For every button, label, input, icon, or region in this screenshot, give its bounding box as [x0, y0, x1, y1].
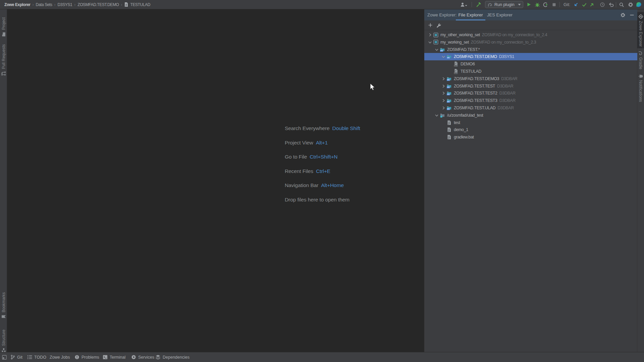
breadcrumb-label: Data Sets: [36, 2, 52, 7]
tool-window-switcher-icon[interactable]: [2, 352, 7, 362]
tree-node-suffix: D3DBAR: [499, 91, 516, 96]
svg-text:DS: DS: [447, 101, 450, 103]
stripe-button-gradle[interactable]: Gradle: [637, 49, 644, 71]
stripe-button-zowe-explorer[interactable]: Zowe Explorer: [637, 12, 644, 48]
tree-node-suffix: D3DBAR: [501, 76, 517, 81]
chevron-right-icon[interactable]: [440, 75, 446, 82]
stripe-button-bookmarks[interactable]: Bookmarks: [0, 291, 7, 320]
breadcrumb-item[interactable]: D3SYS1: [58, 2, 72, 7]
chevron-down-icon[interactable]: [440, 53, 446, 60]
tree-row[interactable]: MEMTESTULAD: [424, 68, 637, 75]
status-item-dependencies[interactable]: Dependencies: [155, 352, 190, 362]
tree-row[interactable]: DSZOSMFAD.TEST.ULADD3DBAR: [424, 104, 637, 112]
status-item-services[interactable]: Services: [131, 352, 154, 362]
profiler-icon[interactable]: [543, 0, 548, 9]
chevron-right-icon[interactable]: [440, 104, 446, 112]
status-item-terminal[interactable]: Terminal: [103, 352, 125, 362]
stripe-button-pull-requests[interactable]: Pull Requests: [0, 43, 7, 77]
tree-row[interactable]: test: [424, 119, 637, 126]
tree-row[interactable]: demo_1: [424, 126, 637, 133]
tree-row[interactable]: MEMDEMO6: [424, 60, 637, 68]
stripe-button-project[interactable]: Project: [0, 16, 7, 38]
dataset-folder-icon: DS: [446, 76, 452, 81]
tree-row[interactable]: /u/zosmfad/ulad_test: [424, 112, 637, 119]
tree-row[interactable]: DSZOSMFAD.TEST.TEST2D3DBAR: [424, 89, 637, 97]
chevron-right-icon[interactable]: [440, 82, 446, 90]
toolbar-separator: [616, 2, 616, 7]
svg-text:DS: DS: [447, 108, 450, 110]
tree-row[interactable]: DSZOSMFAD.TEST.*: [424, 46, 637, 53]
debug-icon[interactable]: [535, 0, 540, 9]
tree-node-suffix: ZOSMFAD on my_connection_to_2.3: [471, 40, 536, 45]
stripe-label: Gradle: [639, 57, 643, 69]
run-configuration-label: Run plugin: [494, 2, 516, 7]
git-push-icon[interactable]: [589, 0, 595, 9]
tree-row[interactable]: DSZOSMFAD.TEST.TESTD3DBAR: [424, 82, 637, 90]
svg-text:DS: DS: [447, 86, 450, 88]
gear-icon[interactable]: [620, 9, 626, 20]
dataset-folder-icon: DS: [446, 83, 452, 89]
git-update-icon[interactable]: [573, 0, 579, 9]
search-icon[interactable]: [619, 0, 624, 9]
chevron-spacer: [440, 133, 446, 141]
settings-icon[interactable]: [628, 0, 633, 9]
panel-header: Zowe Explorer: File ExplorerJES Explorer: [424, 9, 637, 20]
zowe-icon: [638, 14, 644, 19]
stop-icon[interactable]: [552, 0, 556, 9]
tree-row[interactable]: DSZOSMFAD.TEST.DEMO3D3DBAR: [424, 75, 637, 82]
build-hammer-icon[interactable]: [476, 0, 482, 9]
tree-row[interactable]: gradlew.bat: [424, 133, 637, 141]
chevron-down-icon[interactable]: [434, 112, 440, 119]
status-item-zowe-jobs[interactable]: Zowe Jobs: [50, 352, 70, 362]
chevron-right-icon[interactable]: [440, 89, 446, 97]
editor-empty-area: Search EverywhereDouble ShiftProject Vie…: [7, 9, 424, 352]
chevron-right-icon[interactable]: [427, 31, 433, 39]
run-configuration-select[interactable]: Run plugin: [485, 1, 523, 8]
stripe-label: Notifications: [639, 80, 643, 102]
chevron-right-icon[interactable]: [440, 97, 446, 104]
mouse-cursor: [370, 83, 376, 91]
status-item-label: TODO: [34, 355, 46, 360]
minimize-icon[interactable]: [630, 9, 634, 20]
git-commit-icon[interactable]: [582, 0, 587, 9]
toolbar-separator: [472, 2, 472, 7]
run-icon[interactable]: [526, 0, 531, 9]
tab-file-explorer[interactable]: File Explorer: [456, 9, 485, 20]
tree-node-label: gradlew.bat: [454, 135, 474, 139]
caret-down-icon: [518, 4, 521, 6]
tree-row[interactable]: my_other_working_setZOSMFAD on my_connec…: [424, 31, 637, 39]
history-icon[interactable]: [600, 0, 605, 9]
breadcrumb-item[interactable]: ZOSMFAD.TEST.DEMO: [77, 2, 119, 7]
tree-node-label: my_working_set: [440, 40, 469, 45]
breadcrumb-item[interactable]: Zowe Explorer: [4, 2, 31, 7]
tab-jes-explorer[interactable]: JES Explorer: [486, 9, 514, 20]
tree-node-label: test: [454, 120, 460, 125]
add-icon[interactable]: [428, 20, 433, 30]
chevron-down-icon[interactable]: [434, 46, 440, 53]
status-item-problems[interactable]: Problems: [74, 352, 99, 362]
rollback-icon[interactable]: [608, 0, 614, 9]
svg-text:DS: DS: [447, 79, 450, 81]
status-item-label: Problems: [82, 355, 99, 360]
shortcut-action-label: Recent Files: [285, 168, 313, 174]
breadcrumb-item[interactable]: Data Sets: [36, 2, 52, 7]
breadcrumb-label: Zowe Explorer: [4, 2, 31, 7]
panel-toolbar: [424, 20, 637, 30]
status-item-todo[interactable]: TODO: [27, 352, 46, 362]
code-with-me-icon[interactable]: [636, 0, 642, 9]
member-icon: MEM: [453, 69, 459, 74]
status-item-git[interactable]: Git: [10, 352, 22, 362]
wrench-icon[interactable]: [436, 20, 441, 30]
stripe-button-structure[interactable]: Structure: [0, 328, 7, 354]
stripe-button-notifications[interactable]: Notifications: [637, 72, 644, 104]
chevron-down-icon[interactable]: [427, 39, 433, 46]
tree-row[interactable]: my_working_setZOSMFAD on my_connection_t…: [424, 39, 637, 46]
tree-node-label: ZOSMFAD.TEST.TEST2: [454, 91, 497, 96]
tree-row[interactable]: DSZOSMFAD.TEST.TEST3D3DBAR: [424, 97, 637, 104]
uss-folder-icon: [440, 113, 445, 118]
user-icon[interactable]: [460, 0, 468, 9]
svg-text:DS: DS: [447, 94, 450, 96]
breadcrumb-item[interactable]: TESTULAD: [124, 2, 150, 7]
tree-row[interactable]: DSZOSMFAD.TEST.DEMOD3SYS1: [424, 53, 637, 60]
dataset-folder-icon: DS: [446, 98, 452, 103]
